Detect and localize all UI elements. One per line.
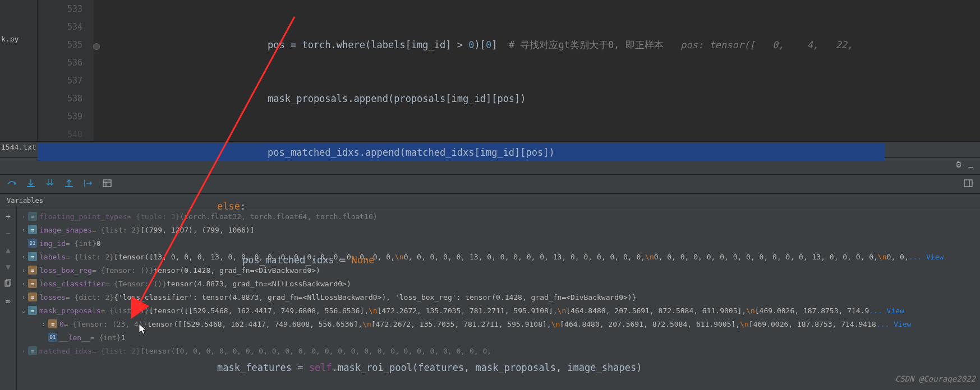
tensor-icon: ≡ [28,279,37,288]
int-icon: 01 [28,239,37,248]
force-step-into-icon[interactable] [45,178,55,191]
evaluate-expression-icon[interactable] [102,178,112,191]
svg-rect-2 [103,180,111,187]
line-number: 539 [38,108,82,126]
variable-row[interactable]: › ≡ matched_idxs = {list: 2} [tensor([0,… [17,344,980,357]
project-gutter [0,0,38,141]
line-number: 534 [38,18,82,36]
variable-row[interactable]: › ≡ floating_point_types = {tuple: 3} (t… [17,210,980,223]
list-icon: ≡ [28,225,37,234]
svg-rect-0 [27,186,35,187]
step-over-icon[interactable] [7,178,17,191]
line-number: 533 [38,0,82,18]
remove-watch-icon[interactable]: − [6,229,10,238]
line-number: 535 [38,36,82,54]
code-line[interactable] [133,305,980,323]
dict-icon: ≡ [28,292,37,301]
code-line[interactable]: mask_proposals.append(proposals[img_id][… [133,90,980,108]
down-icon[interactable]: ▼ [6,262,10,271]
tensor-icon: ≡ [28,266,37,275]
add-watch-icon[interactable]: + [6,212,10,221]
copy-icon[interactable] [4,279,12,289]
up-icon[interactable]: ▲ [6,245,10,254]
step-into-icon[interactable] [26,178,36,191]
line-number-gutter: 533 534 535 536 537 538 539 540 [38,0,94,141]
list-icon: ≡ [28,306,37,315]
mouse-cursor [139,324,148,337]
list-icon: ≡ [28,212,37,221]
watermark: CSDN @Courage2022 [895,374,976,383]
run-to-cursor-icon[interactable] [83,178,93,191]
list-icon: ≡ [28,252,37,261]
code-editor[interactable]: 533 534 535 536 537 538 539 540 pos = to… [38,0,980,141]
file-tab[interactable]: k.py [1,35,19,43]
svg-rect-1 [65,186,73,187]
link-icon[interactable]: ∞ [6,296,10,305]
line-number: 537 [38,72,82,90]
breakpoint-marker[interactable] [93,43,100,50]
variables-sidebar: + − ▲ ▼ ∞ [0,207,17,390]
code-line[interactable]: pos = torch.where(labels[img_id] > 0)[0]… [133,36,980,54]
line-number: 538 [38,90,82,108]
code-line[interactable]: mask_features = self.mask_roi_pool(featu… [133,359,980,377]
int-icon: 01 [48,333,57,342]
code-line[interactable]: pos_matched_idxs = None [133,251,980,269]
code-line-active[interactable]: pos_matched_idxs.append(matched_idxs[img… [38,143,885,161]
tensor-icon: ≡ [48,319,57,328]
line-number: 540 [38,126,82,143]
line-number: 536 [38,54,82,72]
step-out-icon[interactable] [64,178,74,191]
list-icon: ≡ [28,346,37,355]
file-tab[interactable]: 1544.txt [1,143,36,151]
